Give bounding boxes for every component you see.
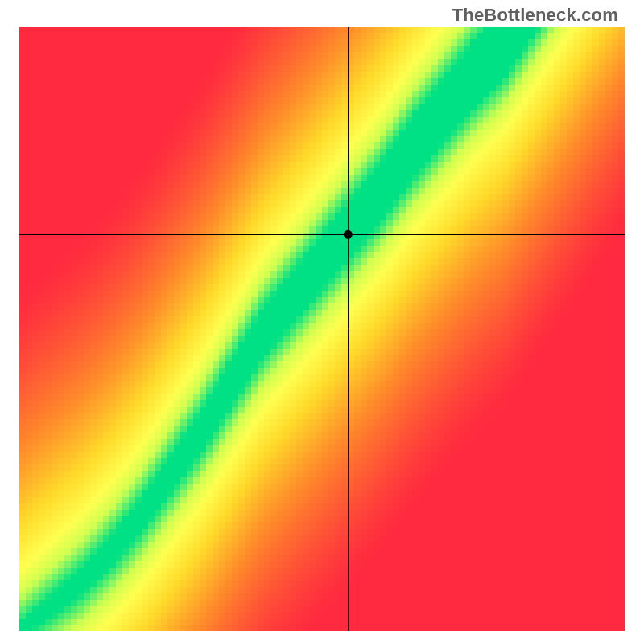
watermark-text: TheBottleneck.com [452, 5, 618, 26]
heatmap-canvas [19, 27, 625, 631]
bottleneck-heatmap [19, 27, 625, 631]
